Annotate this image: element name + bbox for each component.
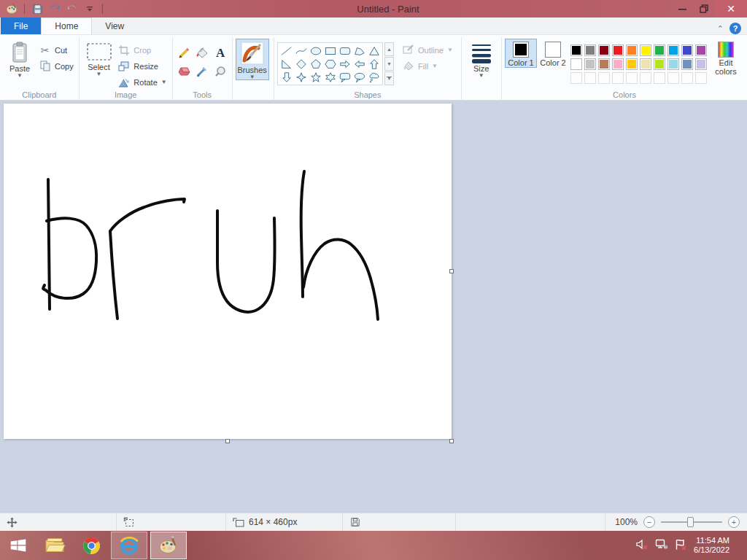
edit-colors-button[interactable]: Edit colors — [708, 39, 744, 77]
shape-left-arrow-icon[interactable] — [352, 58, 366, 70]
shapes-more-icon[interactable]: ▼ — [384, 71, 394, 85]
taskbar-chrome-icon[interactable] — [73, 531, 109, 560]
minimize-button[interactable] — [671, 0, 693, 18]
resize-button[interactable]: Resize — [115, 59, 169, 73]
rotate-button[interactable]: Rotate ▼ — [115, 75, 169, 89]
color1-button[interactable]: Color 1 — [505, 39, 537, 68]
tab-home[interactable]: Home — [41, 18, 92, 34]
help-icon[interactable]: ? — [729, 23, 741, 34]
shape-right-arrow-icon[interactable] — [338, 58, 352, 70]
canvas-resize-handle-bottom[interactable] — [225, 439, 230, 443]
select-button[interactable]: Select ▼ — [82, 39, 116, 77]
zoom-slider-thumb[interactable] — [687, 517, 694, 527]
shape-diamond-icon[interactable] — [294, 58, 308, 70]
brushes-button[interactable]: Brushes ▼ — [236, 39, 269, 80]
start-button[interactable] — [0, 531, 36, 560]
shape-up-arrow-icon[interactable] — [367, 58, 381, 70]
palette-color-3f48cc[interactable] — [680, 43, 694, 57]
shape-triangle-icon[interactable] — [367, 44, 381, 57]
palette-color-ffffff[interactable] — [569, 57, 583, 71]
shape-line-icon[interactable] — [279, 44, 293, 57]
paint-app-icon — [4, 1, 19, 16]
copy-button[interactable]: Copy — [36, 59, 76, 73]
shape-pentagon-icon[interactable] — [309, 58, 322, 70]
zoom-slider[interactable] — [661, 521, 722, 523]
taskbar-file-explorer-icon[interactable] — [36, 531, 73, 560]
shape-oval-callout-icon[interactable] — [352, 71, 366, 83]
zoom-in-icon[interactable]: + — [728, 516, 740, 528]
palette-color-c8bfe7[interactable] — [694, 57, 708, 71]
zoom-out-icon[interactable]: − — [643, 516, 655, 528]
palette-color-ff7f27[interactable] — [624, 43, 638, 57]
shapes-scroll-up-icon[interactable]: ▲ — [384, 42, 394, 56]
palette-color-880015[interactable] — [597, 43, 611, 57]
shape-polygon-icon[interactable] — [352, 44, 366, 57]
shape-cloud-callout-icon[interactable] — [367, 71, 381, 83]
qat-dropdown-icon[interactable] — [82, 1, 97, 16]
shapes-scroll-down-icon[interactable]: ▼ — [384, 57, 394, 71]
taskbar-internet-explorer-icon[interactable] — [111, 532, 147, 559]
palette-color-a349a4[interactable] — [694, 43, 708, 57]
tab-view[interactable]: View — [92, 18, 137, 34]
palette-color-c3c3c3[interactable] — [583, 57, 597, 71]
restore-button[interactable] — [693, 0, 715, 18]
shape-four-point-star-icon[interactable] — [294, 71, 308, 83]
save-icon[interactable] — [30, 1, 44, 16]
palette-empty-slot[interactable] — [638, 71, 652, 85]
minimize-ribbon-icon[interactable]: ⌃ — [717, 24, 724, 34]
shape-hexagon-icon[interactable] — [323, 58, 337, 70]
shape-curve-icon[interactable] — [294, 44, 308, 57]
palette-color-000000[interactable] — [569, 43, 583, 57]
eraser-icon[interactable] — [176, 63, 193, 79]
action-center-flag-icon[interactable] — [675, 539, 687, 553]
canvas-resize-handle-corner[interactable] — [449, 439, 454, 443]
taskbar-clock[interactable]: 11:54 AM 6/13/2022 — [694, 536, 732, 555]
undo-icon[interactable] — [47, 1, 62, 16]
palette-color-99d9ea[interactable] — [666, 57, 680, 71]
volume-muted-icon[interactable] — [636, 539, 649, 552]
palette-empty-slot[interactable] — [666, 71, 680, 85]
palette-color-b97a57[interactable] — [597, 57, 611, 71]
cut-button[interactable]: ✂ Cut — [36, 43, 76, 57]
shape-right-triangle-icon[interactable] — [279, 58, 293, 70]
palette-empty-slot[interactable] — [597, 71, 611, 85]
palette-color-7f7f7f[interactable] — [583, 43, 597, 57]
palette-empty-slot[interactable] — [680, 71, 694, 85]
text-icon[interactable]: A — [212, 44, 229, 61]
shape-six-point-star-icon[interactable] — [323, 71, 337, 83]
palette-empty-slot[interactable] — [624, 71, 638, 85]
palette-color-fff200[interactable] — [638, 43, 652, 57]
palette-empty-slot[interactable] — [652, 71, 666, 85]
fill-bucket-icon[interactable] — [194, 44, 211, 61]
palette-color-7092be[interactable] — [680, 57, 694, 71]
palette-color-00a2e8[interactable] — [666, 43, 680, 57]
eyedropper-icon[interactable] — [194, 63, 211, 79]
shape-rounded-rectangle-icon[interactable] — [338, 44, 352, 57]
palette-empty-slot[interactable] — [611, 71, 624, 85]
canvas-resize-handle-right[interactable] — [449, 269, 454, 273]
magnifier-icon[interactable] — [212, 63, 229, 79]
shape-rectangle-icon[interactable] — [323, 44, 337, 57]
palette-color-ffaec9[interactable] — [611, 57, 624, 71]
palette-empty-slot[interactable] — [569, 71, 583, 85]
taskbar-paint-icon[interactable] — [150, 532, 187, 559]
palette-color-22b14c[interactable] — [652, 43, 666, 57]
palette-color-ed1c24[interactable] — [611, 43, 624, 57]
size-button[interactable]: Size ▼ — [465, 39, 498, 79]
palette-color-efe4b0[interactable] — [638, 57, 652, 71]
drawing-canvas[interactable] — [4, 104, 452, 439]
paste-button[interactable]: Paste ▼ — [3, 39, 36, 79]
shape-oval-icon[interactable] — [309, 44, 322, 57]
palette-color-ffc90e[interactable] — [624, 57, 638, 71]
palette-empty-slot[interactable] — [694, 71, 708, 85]
palette-empty-slot[interactable] — [583, 71, 597, 85]
tab-file[interactable]: File — [1, 18, 41, 34]
shape-five-point-star-icon[interactable] — [309, 71, 322, 83]
palette-color-b5e61d[interactable] — [652, 57, 666, 71]
shape-down-arrow-icon[interactable] — [279, 71, 293, 83]
color2-button[interactable]: Color 2 — [537, 39, 569, 68]
network-icon[interactable]: ? — [655, 539, 668, 552]
shape-rounded-callout-icon[interactable] — [338, 71, 352, 83]
close-button[interactable]: ✕ — [715, 0, 747, 18]
pencil-icon[interactable] — [176, 44, 193, 61]
